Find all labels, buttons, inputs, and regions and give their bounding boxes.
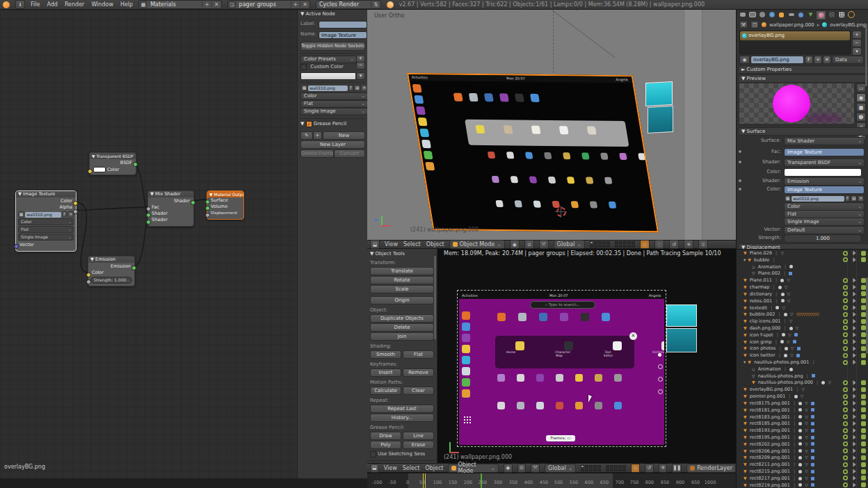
pivot-point-icon[interactable]: ⊙ — [517, 464, 527, 473]
material-slot-list[interactable]: overlayBG.png — [739, 31, 851, 54]
selectable-icon[interactable] — [852, 312, 857, 317]
color-space-dropdown[interactable]: Color — [300, 92, 368, 100]
eye-icon[interactable] — [843, 319, 848, 324]
panel-header[interactable]: ▼ Object Tools — [367, 249, 437, 258]
projection-dropdown[interactable]: Flat — [300, 100, 368, 108]
renderable-icon[interactable] — [861, 462, 866, 467]
renderable-icon[interactable] — [861, 346, 866, 351]
expand-icon[interactable]: ▾ — [744, 257, 746, 263]
image-source-dropdown[interactable]: Single Image — [784, 218, 865, 226]
renderable-icon[interactable] — [861, 325, 866, 330]
socket-color-in[interactable] — [86, 273, 91, 277]
editor-type-icon[interactable]: ℹ — [15, 0, 25, 9]
editor-type-icon[interactable]: ⬓ — [370, 464, 379, 473]
outliner-item-label[interactable]: Plane.011 — [750, 277, 772, 283]
tab-world-icon[interactable] — [767, 10, 776, 19]
outliner-row[interactable]: ▾ ▼ icon twitter | ▽ — [737, 352, 868, 359]
color1-swatch[interactable] — [784, 168, 862, 177]
remove-slot-button[interactable]: − — [852, 39, 862, 47]
node-image-texture[interactable]: ▼ Image Texture Color Alpha ▦ wall310.pn… — [15, 190, 77, 252]
selectable-icon[interactable] — [852, 380, 857, 385]
new-layer-button[interactable]: New Layer — [300, 140, 365, 149]
custom-color-swatch[interactable] — [300, 72, 356, 80]
outliner-item-label[interactable]: notes.001 — [750, 298, 773, 304]
outliner-item-label[interactable]: rect8193.png.001 — [750, 428, 790, 433]
grease-pencil-header[interactable]: ▼ ✓ Grease Pencil — [298, 120, 349, 129]
outliner-item-label[interactable]: dictionary — [750, 291, 772, 297]
tab-physics-icon[interactable] — [846, 10, 855, 19]
renderable-icon[interactable] — [861, 441, 866, 446]
outliner-row[interactable]: ▾ ▼ Plane.011 | ▽ — [737, 277, 868, 284]
eye-icon[interactable] — [843, 251, 848, 256]
color-swatch[interactable] — [93, 167, 106, 172]
renderable-icon[interactable] — [861, 380, 866, 385]
custom-color-row[interactable]: Custom Color — [300, 63, 365, 71]
outliner-item-label[interactable]: overlayBG.png.001 — [750, 387, 793, 392]
gp-line-button[interactable]: Line — [403, 432, 434, 440]
eye-icon[interactable] — [843, 285, 848, 290]
outliner-item-label[interactable]: charmap — [750, 284, 770, 290]
outliner-item-label[interactable]: icon photos — [750, 345, 776, 351]
outliner-item-label[interactable]: rect8219.png.001 — [750, 482, 790, 488]
color2-input[interactable]: Image Texture — [784, 186, 865, 194]
add-pencil-button[interactable]: + — [313, 131, 322, 140]
menu-item[interactable]: File — [31, 1, 40, 8]
projection-dropdown[interactable]: Flat — [18, 226, 74, 233]
manipulator-icon[interactable]: ⤧ — [531, 464, 540, 473]
selectable-icon[interactable] — [852, 278, 857, 283]
eye-icon[interactable] — [843, 475, 848, 480]
selectable-icon[interactable] — [852, 360, 857, 365]
selectable-icon[interactable] — [852, 298, 857, 303]
render-ops-icon[interactable]: ⁜ — [659, 464, 668, 473]
selectable-icon[interactable] — [852, 394, 857, 399]
open-image-icon[interactable]: ▤ — [354, 85, 360, 91]
eye-icon[interactable] — [843, 482, 848, 487]
custom-properties-panel[interactable]: ► Custom Properties — [738, 65, 868, 74]
renderable-icon[interactable] — [861, 455, 866, 460]
tab-data-icon[interactable]: ▼ — [806, 10, 815, 19]
selectable-icon[interactable] — [852, 285, 857, 290]
source-dropdown[interactable]: Single Image — [18, 234, 74, 241]
renderable-icon[interactable] — [861, 387, 866, 392]
add-scene-button[interactable]: + — [291, 1, 300, 8]
tab-texture-icon[interactable] — [827, 10, 836, 19]
selectable-icon[interactable] — [852, 407, 857, 412]
layers-grid-2[interactable] — [615, 241, 635, 247]
outliner-row[interactable]: ▾ ▼ icon gimp | ▽ — [737, 339, 868, 345]
expand-icon[interactable]: ▾ — [744, 359, 746, 365]
eye-icon[interactable] — [843, 448, 848, 453]
viewport-3d-top[interactable]: User Ortho Activities Mon 20:07 Angela — [367, 10, 736, 240]
selectable-icon[interactable] — [852, 475, 857, 480]
calculate-paths-button[interactable]: Calculate — [370, 387, 401, 395]
smooth-button[interactable]: Smooth — [370, 350, 401, 359]
timeline[interactable]: -100-50050100150200250300350400450500550… — [367, 473, 736, 488]
node-name-input[interactable]: Image Texture — [319, 31, 367, 39]
renderable-icon[interactable] — [861, 407, 866, 412]
outliner-row[interactable]: ▾ ▼ rect8175.png.001 | ▽ — [737, 400, 868, 407]
proportional-edit-icon[interactable]: ↺ — [669, 240, 679, 249]
outliner-item-label[interactable]: rect8181.png.001 — [750, 407, 790, 413]
tab-particles-icon[interactable] — [837, 10, 846, 19]
eye-icon[interactable] — [843, 387, 848, 392]
menu-item[interactable]: Render — [65, 1, 84, 8]
socket-shader1-in[interactable] — [146, 213, 151, 218]
tab-material-icon[interactable] — [816, 10, 826, 20]
eye-icon[interactable] — [843, 339, 848, 344]
join-button[interactable]: Join — [370, 332, 434, 341]
outliner-item-label[interactable]: rect8175.png.001 — [750, 400, 790, 406]
outliner-item-label[interactable]: nautilus-photos.png — [758, 373, 803, 379]
outliner-item-label[interactable]: rect8185.png.001 — [750, 421, 790, 426]
rotate-button[interactable]: Rotate — [370, 276, 434, 284]
strength-slider[interactable]: 1.000 — [784, 234, 862, 243]
eye-icon[interactable] — [843, 332, 848, 337]
outliner-row[interactable]: ▾ ▼ rect8211.png.001 | ▽ — [737, 461, 868, 468]
preview-cube-button[interactable]: ■ — [856, 103, 866, 112]
outliner-row[interactable]: ▾ ▼ rect8183.png.001 | ▽ — [737, 414, 868, 421]
outliner-row[interactable]: ▾ ▼ rect8193.png.001 | ▽ — [737, 427, 868, 434]
outliner-item-label[interactable]: pointer.png.001 — [750, 393, 786, 399]
selectable-icon[interactable] — [852, 305, 857, 310]
outliner-item-label[interactable]: bubble — [754, 257, 769, 263]
delete-screen-button[interactable]: ✕ — [211, 1, 221, 8]
selectable-icon[interactable] — [852, 434, 857, 439]
socket-displacement-in[interactable] — [205, 213, 210, 218]
